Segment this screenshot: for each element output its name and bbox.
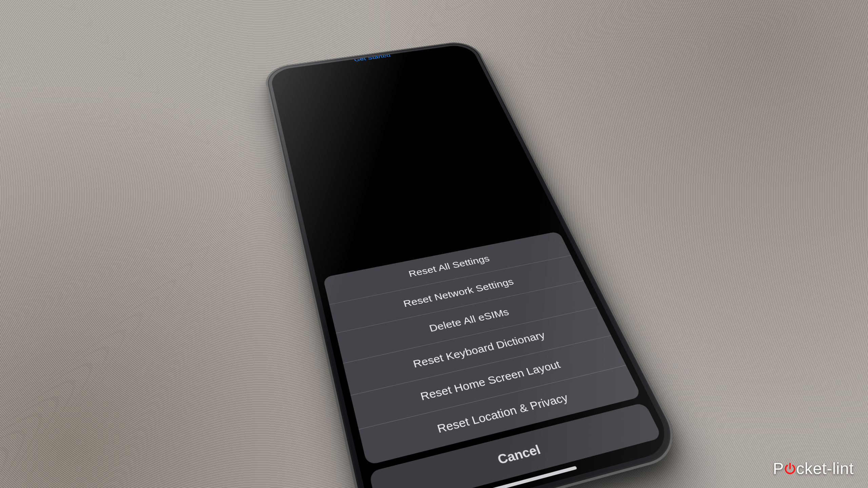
- iphone-device-frame: Prepare for New iPhone Make sure everyth…: [262, 40, 687, 488]
- power-icon: [783, 462, 797, 475]
- reset-action-sheet: Reset All Settings Reset Network Setting…: [316, 230, 676, 488]
- pocket-lint-watermark: P cket-lint: [773, 459, 854, 478]
- get-started-link[interactable]: Get Started: [353, 53, 391, 63]
- photo-backdrop: Prepare for New iPhone Make sure everyth…: [0, 0, 868, 488]
- watermark-prefix: P: [773, 459, 784, 478]
- promo-title: Prepare for New iPhone: [274, 44, 453, 54]
- watermark-suffix: cket-lint: [796, 459, 854, 478]
- iphone-screen: Prepare for New iPhone Make sure everyth…: [269, 44, 675, 488]
